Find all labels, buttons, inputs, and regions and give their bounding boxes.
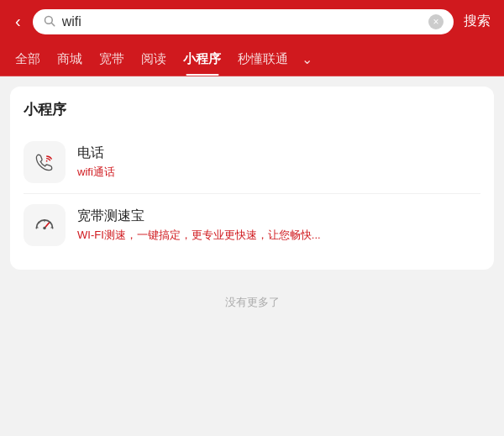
svg-line-6 — [50, 223, 50, 223]
tab-broadband[interactable]: 宽带 — [91, 43, 133, 76]
item-desc: wifi通话 — [77, 165, 480, 180]
back-button[interactable]: ‹ — [10, 8, 26, 34]
item-name: 电话 — [77, 144, 480, 162]
miniapp-card: 小程序 电话 wifi通话 — [10, 87, 494, 270]
item-text: 宽带测速宝 WI-FI测速，一键搞定，更专业更快速，让您畅快... — [77, 207, 480, 243]
phone-wifi-icon — [24, 141, 66, 183]
card-title: 小程序 — [24, 100, 480, 119]
svg-point-9 — [43, 227, 46, 230]
clear-button[interactable]: × — [428, 14, 444, 29]
tab-mall[interactable]: 商城 — [49, 43, 91, 76]
item-name: 宽带测速宝 — [77, 207, 480, 225]
search-bar: × — [33, 9, 454, 34]
tab-understand[interactable]: 秒懂联通 — [229, 43, 297, 76]
tab-reading[interactable]: 阅读 — [133, 43, 175, 76]
list-item[interactable]: 宽带测速宝 WI-FI测速，一键搞定，更专业更快速，让您畅快... — [24, 194, 480, 256]
footer-no-more: 没有更多了 — [10, 280, 494, 318]
desc-suffix: 通话 — [93, 165, 115, 178]
tab-more-button[interactable]: ⌄ — [297, 43, 318, 76]
tab-bar: 全部 商城 宽带 阅读 小程序 秒懂联通 ⌄ — [0, 43, 504, 76]
item-desc: WI-FI测速，一键搞定，更专业更快速，让您畅快... — [77, 228, 480, 243]
tab-miniapp[interactable]: 小程序 — [175, 43, 229, 76]
svg-point-2 — [46, 160, 48, 162]
svg-line-1 — [51, 23, 54, 25]
speedometer-icon — [24, 204, 66, 246]
desc-prefix: wifi — [77, 165, 93, 178]
search-button[interactable]: 搜索 — [460, 9, 494, 34]
header: ‹ × 搜索 — [0, 0, 504, 43]
tab-all[interactable]: 全部 — [7, 43, 49, 76]
svg-line-4 — [39, 223, 39, 223]
item-text: 电话 wifi通话 — [77, 144, 480, 180]
search-input[interactable] — [62, 14, 422, 29]
content-area: 小程序 电话 wifi通话 — [0, 76, 504, 328]
search-icon — [43, 14, 55, 29]
list-item[interactable]: 电话 wifi通话 — [24, 131, 480, 194]
